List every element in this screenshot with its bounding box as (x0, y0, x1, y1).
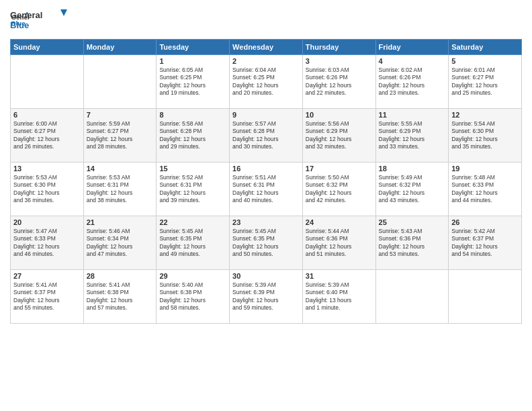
calendar-cell (375, 270, 449, 324)
day-info: Sunrise: 5:45 AM Sunset: 6:35 PM Dayligh… (159, 228, 226, 259)
day-number: 7 (87, 111, 154, 119)
day-number: 5 (451, 57, 519, 65)
day-number: 8 (159, 111, 226, 119)
day-info: Sunrise: 5:49 AM Sunset: 6:32 PM Dayligh… (379, 174, 446, 205)
weekday-header: Sunday (11, 40, 84, 55)
day-info: Sunrise: 5:52 AM Sunset: 6:31 PM Dayligh… (159, 174, 226, 205)
day-number: 13 (13, 165, 81, 173)
weekday-header: Thursday (302, 40, 375, 55)
calendar-cell: 9Sunrise: 5:57 AM Sunset: 6:28 PM Daylig… (230, 109, 303, 163)
day-info: Sunrise: 5:39 AM Sunset: 6:40 PM Dayligh… (306, 281, 373, 312)
calendar-cell: 25Sunrise: 5:43 AM Sunset: 6:36 PM Dayli… (375, 216, 449, 270)
day-info: Sunrise: 5:41 AM Sunset: 6:38 PM Dayligh… (87, 281, 154, 312)
day-info: Sunrise: 5:48 AM Sunset: 6:33 PM Dayligh… (451, 174, 519, 205)
day-number: 10 (306, 111, 373, 119)
day-number: 17 (306, 165, 373, 173)
calendar-week-row: 13Sunrise: 5:53 AM Sunset: 6:30 PM Dayli… (11, 163, 522, 216)
day-number: 22 (159, 218, 226, 226)
day-info: Sunrise: 5:42 AM Sunset: 6:37 PM Dayligh… (451, 228, 519, 259)
day-number: 2 (232, 57, 300, 65)
day-info: Sunrise: 5:54 AM Sunset: 6:30 PM Dayligh… (451, 120, 519, 151)
weekday-header: Monday (83, 40, 157, 55)
calendar-week-row: 1Sunrise: 6:05 AM Sunset: 6:25 PM Daylig… (11, 55, 522, 109)
calendar-cell: 17Sunrise: 5:50 AM Sunset: 6:32 PM Dayli… (302, 163, 375, 216)
day-info: Sunrise: 5:59 AM Sunset: 6:27 PM Dayligh… (87, 120, 154, 151)
day-info: Sunrise: 5:56 AM Sunset: 6:29 PM Dayligh… (306, 120, 373, 151)
weekday-header: Saturday (449, 40, 522, 55)
day-info: Sunrise: 5:58 AM Sunset: 6:28 PM Dayligh… (159, 120, 226, 151)
calendar-cell: 10Sunrise: 5:56 AM Sunset: 6:29 PM Dayli… (302, 109, 375, 163)
calendar-cell: 24Sunrise: 5:44 AM Sunset: 6:36 PM Dayli… (302, 216, 375, 270)
calendar-cell: 1Sunrise: 6:05 AM Sunset: 6:25 PM Daylig… (157, 55, 230, 109)
day-info: Sunrise: 5:39 AM Sunset: 6:39 PM Dayligh… (232, 281, 300, 312)
day-number: 29 (159, 272, 226, 280)
day-info: Sunrise: 5:45 AM Sunset: 6:35 PM Dayligh… (232, 228, 300, 259)
day-number: 20 (13, 218, 81, 226)
day-number: 3 (306, 57, 373, 65)
day-number: 1 (159, 57, 226, 65)
day-info: Sunrise: 6:03 AM Sunset: 6:26 PM Dayligh… (306, 66, 373, 97)
calendar-cell: 2Sunrise: 6:04 AM Sunset: 6:25 PM Daylig… (230, 55, 303, 109)
calendar-cell: 19Sunrise: 5:48 AM Sunset: 6:33 PM Dayli… (449, 163, 522, 216)
day-number: 11 (379, 111, 446, 119)
calendar-cell: 26Sunrise: 5:42 AM Sunset: 6:37 PM Dayli… (449, 216, 522, 270)
day-info: Sunrise: 5:47 AM Sunset: 6:33 PM Dayligh… (13, 228, 81, 259)
svg-marker-3 (60, 9, 67, 16)
calendar-week-row: 27Sunrise: 5:41 AM Sunset: 6:37 PM Dayli… (11, 270, 522, 324)
calendar-cell: 15Sunrise: 5:52 AM Sunset: 6:31 PM Dayli… (157, 163, 230, 216)
day-info: Sunrise: 6:00 AM Sunset: 6:27 PM Dayligh… (13, 120, 81, 151)
day-info: Sunrise: 5:46 AM Sunset: 6:34 PM Dayligh… (87, 228, 154, 259)
calendar-cell: 31Sunrise: 5:39 AM Sunset: 6:40 PM Dayli… (302, 270, 375, 324)
day-number: 31 (306, 272, 373, 280)
day-number: 9 (232, 111, 300, 119)
logo-general: General (10, 10, 42, 20)
day-info: Sunrise: 5:41 AM Sunset: 6:37 PM Dayligh… (13, 281, 81, 312)
day-number: 18 (379, 165, 446, 173)
day-number: 16 (232, 165, 300, 173)
calendar-cell: 4Sunrise: 6:02 AM Sunset: 6:26 PM Daylig… (375, 55, 449, 109)
day-number: 4 (379, 57, 446, 65)
calendar-cell: 7Sunrise: 5:59 AM Sunset: 6:27 PM Daylig… (83, 109, 157, 163)
day-info: Sunrise: 5:57 AM Sunset: 6:28 PM Dayligh… (232, 120, 300, 151)
calendar-table: SundayMondayTuesdayWednesdayThursdayFrid… (10, 39, 522, 324)
day-number: 23 (232, 218, 300, 226)
weekday-header: Friday (375, 40, 449, 55)
calendar-cell: 30Sunrise: 5:39 AM Sunset: 6:39 PM Dayli… (230, 270, 303, 324)
day-info: Sunrise: 5:50 AM Sunset: 6:32 PM Dayligh… (306, 174, 373, 205)
weekday-header: Wednesday (230, 40, 303, 55)
calendar-week-row: 6Sunrise: 6:00 AM Sunset: 6:27 PM Daylig… (11, 109, 522, 163)
calendar-cell: 13Sunrise: 5:53 AM Sunset: 6:30 PM Dayli… (11, 163, 84, 216)
calendar-cell: 16Sunrise: 5:51 AM Sunset: 6:31 PM Dayli… (230, 163, 303, 216)
calendar-cell: 3Sunrise: 6:03 AM Sunset: 6:26 PM Daylig… (302, 55, 375, 109)
day-info: Sunrise: 6:04 AM Sunset: 6:25 PM Dayligh… (232, 66, 300, 97)
page-header: General Blue General Blue (10, 7, 522, 34)
day-number: 6 (13, 111, 81, 119)
day-number: 26 (451, 218, 519, 226)
day-number: 14 (87, 165, 154, 173)
calendar-cell: 8Sunrise: 5:58 AM Sunset: 6:28 PM Daylig… (157, 109, 230, 163)
day-info: Sunrise: 5:53 AM Sunset: 6:31 PM Dayligh… (87, 174, 154, 205)
day-number: 27 (13, 272, 81, 280)
calendar-cell (11, 55, 84, 109)
day-number: 15 (159, 165, 226, 173)
day-number: 30 (232, 272, 300, 280)
calendar-cell: 14Sunrise: 5:53 AM Sunset: 6:31 PM Dayli… (83, 163, 157, 216)
day-info: Sunrise: 6:01 AM Sunset: 6:27 PM Dayligh… (451, 66, 519, 97)
logo: General Blue General Blue (10, 7, 71, 34)
day-info: Sunrise: 5:44 AM Sunset: 6:36 PM Dayligh… (306, 228, 373, 259)
calendar-cell (449, 270, 522, 324)
calendar-cell: 11Sunrise: 5:55 AM Sunset: 6:29 PM Dayli… (375, 109, 449, 163)
day-number: 12 (451, 111, 519, 119)
calendar-cell: 22Sunrise: 5:45 AM Sunset: 6:35 PM Dayli… (157, 216, 230, 270)
day-number: 19 (451, 165, 519, 173)
day-info: Sunrise: 5:53 AM Sunset: 6:30 PM Dayligh… (13, 174, 81, 205)
logo-blue: Blue (10, 20, 29, 30)
day-info: Sunrise: 6:02 AM Sunset: 6:26 PM Dayligh… (379, 66, 446, 97)
day-info: Sunrise: 5:43 AM Sunset: 6:36 PM Dayligh… (379, 228, 446, 259)
calendar-cell: 6Sunrise: 6:00 AM Sunset: 6:27 PM Daylig… (11, 109, 84, 163)
calendar-cell: 21Sunrise: 5:46 AM Sunset: 6:34 PM Dayli… (83, 216, 157, 270)
calendar-week-row: 20Sunrise: 5:47 AM Sunset: 6:33 PM Dayli… (11, 216, 522, 270)
weekday-header: Tuesday (157, 40, 230, 55)
calendar-cell (83, 55, 157, 109)
day-number: 28 (87, 272, 154, 280)
